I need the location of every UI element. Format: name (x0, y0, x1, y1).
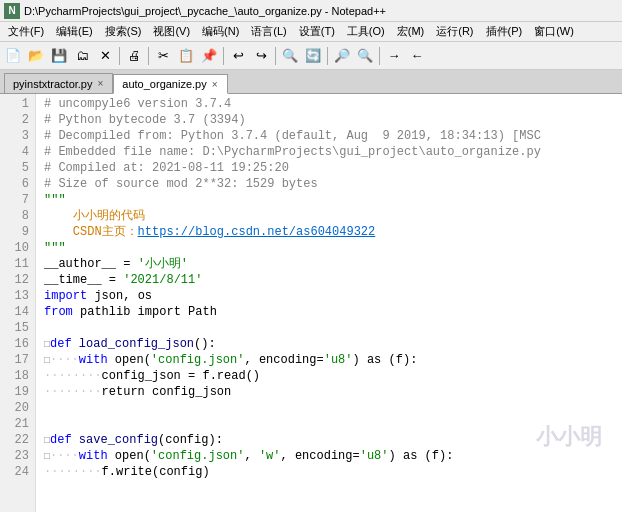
title-bar: N D:\PycharmProjects\gui_project\_pycach… (0, 0, 622, 22)
line-number-22: 22 (0, 432, 29, 448)
line-number-12: 12 (0, 272, 29, 288)
menu-item-s[interactable]: 搜索(S) (99, 22, 148, 41)
tab-0[interactable]: pyinstxtractor.py× (4, 73, 113, 93)
line-number-9: 9 (0, 224, 29, 240)
code-line-20 (44, 400, 622, 416)
code-line-23: □····with open('config.json', 'w', encod… (44, 448, 622, 464)
print-button[interactable]: 🖨 (123, 45, 145, 67)
code-line-15 (44, 320, 622, 336)
menu-item-f[interactable]: 文件(F) (2, 22, 50, 41)
copy-button[interactable]: 📋 (175, 45, 197, 67)
menu-item-e[interactable]: 编辑(E) (50, 22, 99, 41)
menu-item-t[interactable]: 设置(T) (293, 22, 341, 41)
line-number-24: 24 (0, 464, 29, 480)
cut-button[interactable]: ✂ (152, 45, 174, 67)
code-line-13: import json, os (44, 288, 622, 304)
code-line-6: # Size of source mod 2**32: 1529 bytes (44, 176, 622, 192)
new-button[interactable]: 📄 (2, 45, 24, 67)
line-number-14: 14 (0, 304, 29, 320)
window-title: D:\PycharmProjects\gui_project\_pycache_… (24, 5, 618, 17)
code-line-19: ········return config_json (44, 384, 622, 400)
line-numbers: 123456789101112131415161718192021222324 (0, 94, 36, 512)
code-line-5: # Compiled at: 2021-08-11 19:25:20 (44, 160, 622, 176)
app-icon: N (4, 3, 20, 19)
line-number-1: 1 (0, 96, 29, 112)
tab-bar: pyinstxtractor.py×auto_organize.py× (0, 70, 622, 94)
menu-item-n[interactable]: 编码(N) (196, 22, 245, 41)
code-line-14: from pathlib import Path (44, 304, 622, 320)
zoom-out-button[interactable]: 🔍 (354, 45, 376, 67)
code-line-21 (44, 416, 622, 432)
code-line-1: # uncompyle6 version 3.7.4 (44, 96, 622, 112)
line-number-6: 6 (0, 176, 29, 192)
line-number-18: 18 (0, 368, 29, 384)
line-number-2: 2 (0, 112, 29, 128)
code-line-10: """ (44, 240, 622, 256)
line-number-3: 3 (0, 128, 29, 144)
line-number-19: 19 (0, 384, 29, 400)
code-line-9: CSDN主页：https://blog.csdn.net/as604049322 (44, 224, 622, 240)
tab-close-0[interactable]: × (96, 78, 104, 89)
close-button[interactable]: ✕ (94, 45, 116, 67)
menu-item-l[interactable]: 语言(L) (245, 22, 292, 41)
indent-button[interactable]: → (383, 45, 405, 67)
code-line-8: 小小明的代码 (44, 208, 622, 224)
line-number-11: 11 (0, 256, 29, 272)
code-line-24: ········f.write(config) (44, 464, 622, 480)
line-number-15: 15 (0, 320, 29, 336)
tab-close-1[interactable]: × (211, 79, 219, 90)
replace-button[interactable]: 🔄 (302, 45, 324, 67)
code-line-11: __author__ = '小小明' (44, 256, 622, 272)
find-button[interactable]: 🔍 (279, 45, 301, 67)
line-number-7: 7 (0, 192, 29, 208)
toolbar-sep-6 (379, 47, 380, 65)
code-line-16: □def load_config_json(): (44, 336, 622, 352)
save-button[interactable]: 💾 (48, 45, 70, 67)
line-number-20: 20 (0, 400, 29, 416)
menu-item-w[interactable]: 窗口(W) (528, 22, 580, 41)
code-line-3: # Decompiled from: Python 3.7.4 (default… (44, 128, 622, 144)
menu-bar: 文件(F)编辑(E)搜索(S)视图(V)编码(N)语言(L)设置(T)工具(O)… (0, 22, 622, 42)
menu-item-m[interactable]: 宏(M) (391, 22, 431, 41)
line-number-13: 13 (0, 288, 29, 304)
code-line-4: # Embedded file name: D:\PycharmProjects… (44, 144, 622, 160)
code-line-17: □····with open('config.json', encoding='… (44, 352, 622, 368)
toolbar: 📄 📂 💾 🗂 ✕ 🖨 ✂ 📋 📌 ↩ ↪ 🔍 🔄 🔎 🔍 → ← (0, 42, 622, 70)
toolbar-sep-2 (148, 47, 149, 65)
line-number-5: 5 (0, 160, 29, 176)
outdent-button[interactable]: ← (406, 45, 428, 67)
code-area[interactable]: # uncompyle6 version 3.7.4# Python bytec… (36, 94, 622, 512)
menu-item-p[interactable]: 插件(P) (480, 22, 529, 41)
undo-button[interactable]: ↩ (227, 45, 249, 67)
menu-item-r[interactable]: 运行(R) (430, 22, 479, 41)
code-line-18: ········config_json = f.read() (44, 368, 622, 384)
menu-item-o[interactable]: 工具(O) (341, 22, 391, 41)
save-all-button[interactable]: 🗂 (71, 45, 93, 67)
tab-1[interactable]: auto_organize.py× (113, 74, 227, 94)
line-number-23: 23 (0, 448, 29, 464)
line-number-16: 16 (0, 336, 29, 352)
menu-item-v[interactable]: 视图(V) (147, 22, 196, 41)
line-number-4: 4 (0, 144, 29, 160)
line-number-17: 17 (0, 352, 29, 368)
toolbar-sep-4 (275, 47, 276, 65)
toolbar-sep-1 (119, 47, 120, 65)
line-number-21: 21 (0, 416, 29, 432)
code-line-22: □def save_config(config): (44, 432, 622, 448)
code-line-12: __time__ = '2021/8/11' (44, 272, 622, 288)
code-line-2: # Python bytecode 3.7 (3394) (44, 112, 622, 128)
zoom-in-button[interactable]: 🔎 (331, 45, 353, 67)
open-button[interactable]: 📂 (25, 45, 47, 67)
redo-button[interactable]: ↪ (250, 45, 272, 67)
code-line-7: """ (44, 192, 622, 208)
line-number-10: 10 (0, 240, 29, 256)
line-number-8: 8 (0, 208, 29, 224)
toolbar-sep-5 (327, 47, 328, 65)
toolbar-sep-3 (223, 47, 224, 65)
editor[interactable]: 123456789101112131415161718192021222324 … (0, 94, 622, 512)
tab-label-0: pyinstxtractor.py (13, 78, 92, 90)
tab-label-1: auto_organize.py (122, 78, 206, 90)
paste-button[interactable]: 📌 (198, 45, 220, 67)
